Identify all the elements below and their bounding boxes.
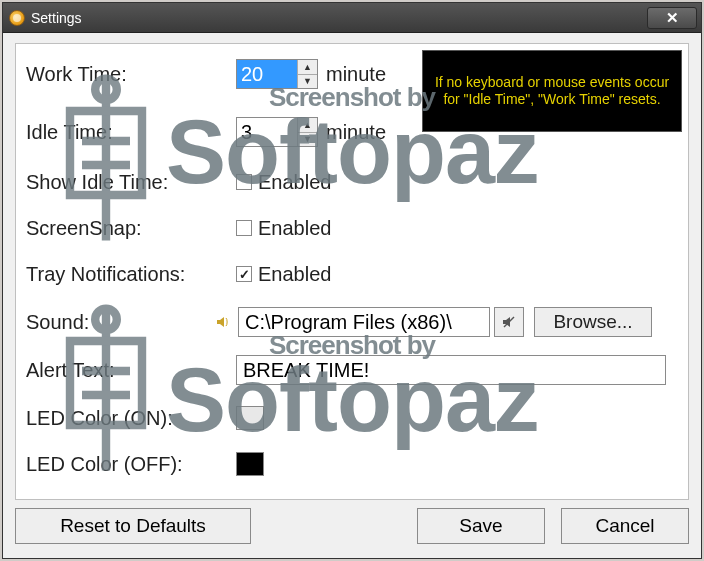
- work-time-input[interactable]: [237, 60, 297, 88]
- content-panel: If no keyboard or mouse events occur for…: [15, 43, 689, 500]
- tray-notif-text: Enabled: [258, 263, 331, 286]
- screensnap-label: ScreenSnap:: [26, 217, 236, 240]
- idle-time-up[interactable]: ▲: [298, 118, 317, 133]
- save-button[interactable]: Save: [417, 508, 545, 544]
- led-on-label: LED Color (ON):: [26, 407, 236, 430]
- work-time-spinner[interactable]: ▲ ▼: [236, 59, 318, 89]
- browse-button[interactable]: Browse...: [534, 307, 652, 337]
- cancel-button[interactable]: Cancel: [561, 508, 689, 544]
- led-on-swatch[interactable]: [236, 406, 264, 430]
- led-off-swatch[interactable]: [236, 452, 264, 476]
- work-time-up[interactable]: ▲: [298, 60, 317, 75]
- idle-time-spinner[interactable]: ▲ ▼: [236, 117, 318, 147]
- titlebar: Settings ✕: [3, 3, 701, 33]
- close-button[interactable]: ✕: [647, 7, 697, 29]
- work-time-unit: minute: [326, 63, 386, 86]
- work-time-label: Work Time:: [26, 63, 236, 86]
- idle-time-down[interactable]: ▼: [298, 133, 317, 147]
- alert-text-input[interactable]: [236, 355, 666, 385]
- mute-button[interactable]: [494, 307, 524, 337]
- screensnap-checkbox[interactable]: [236, 220, 252, 236]
- led-off-label: LED Color (OFF):: [26, 453, 236, 476]
- info-tooltip: If no keyboard or mouse events occur for…: [422, 50, 682, 132]
- show-idle-label: Show Idle Time:: [26, 171, 236, 194]
- sound-path-input[interactable]: [238, 307, 490, 337]
- show-idle-text: Enabled: [258, 171, 331, 194]
- work-time-down[interactable]: ▼: [298, 75, 317, 89]
- alert-text-label: Alert Text:: [26, 359, 236, 382]
- idle-time-unit: minute: [326, 121, 386, 144]
- button-bar: Reset to Defaults Save Cancel: [15, 508, 689, 546]
- show-idle-checkbox[interactable]: [236, 174, 252, 190]
- idle-time-input[interactable]: [237, 118, 297, 146]
- tray-notif-checkbox[interactable]: [236, 266, 252, 282]
- speaker-icon: [214, 313, 232, 331]
- settings-window: Settings ✕ If no keyboard or mouse event…: [2, 2, 702, 559]
- idle-time-label: Idle Time:: [26, 121, 236, 144]
- sound-label: Sound:: [26, 311, 214, 334]
- app-icon: [9, 10, 25, 26]
- screensnap-text: Enabled: [258, 217, 331, 240]
- tray-notif-label: Tray Notifications:: [26, 263, 236, 286]
- reset-button[interactable]: Reset to Defaults: [15, 508, 251, 544]
- window-title: Settings: [31, 10, 82, 26]
